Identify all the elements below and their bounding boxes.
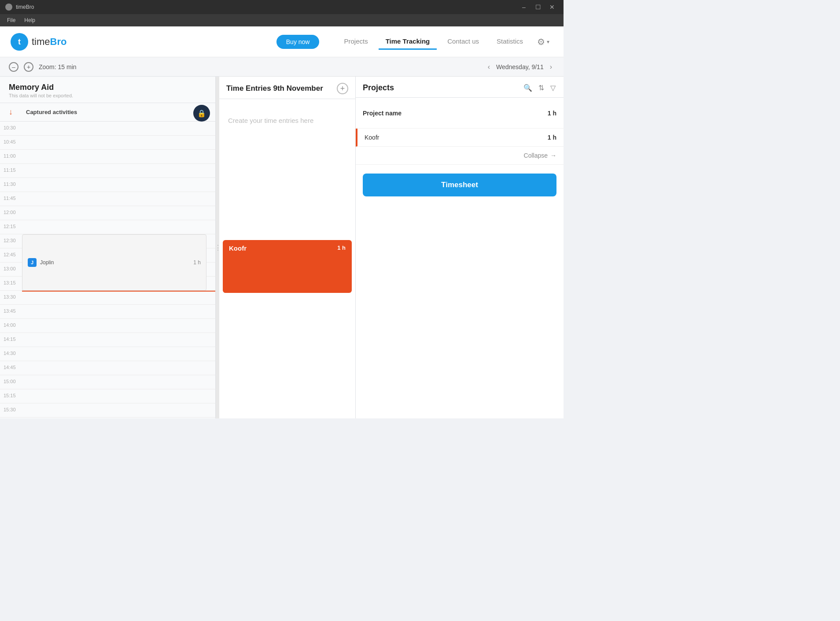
time-entries-body: Create your time entries here 1 hKoofr [219,99,355,418]
app-container: t timeBro Buy now Projects Time Tracking… [0,26,564,418]
time-label: 10:45 [0,136,22,144]
col-total-hours: 1 h [548,110,556,117]
maximize-button[interactable]: ☐ [532,2,544,12]
settings-button[interactable]: ⚙ ▾ [534,33,553,51]
window-controls: – ☐ ✕ [518,2,558,12]
joplin-name: Joplin [40,259,190,266]
current-time-indicator [22,291,215,292]
time-slot: 14:45 [0,361,215,375]
time-entries-panel: Time Entries 9th November + Create your … [219,77,356,418]
prev-date-button[interactable]: ‹ [485,62,493,72]
time-content [22,136,215,149]
arrow-right-icon: → [550,152,556,159]
header: t timeBro Buy now Projects Time Tracking… [0,26,564,57]
time-content [22,403,215,417]
time-slot: 12:00 [0,206,215,220]
lock-button[interactable]: 🔒 [193,105,210,122]
time-label: 13:45 [0,305,22,314]
toolbar: – + Zoom: 15 min ‹ Wednesday, 9/11 › [0,57,564,77]
time-content [22,389,215,403]
time-label: 15:00 [0,375,22,384]
time-slot: 15:30 [0,403,215,418]
memory-aid-subtitle: This data will not be exported. [9,93,73,98]
menu-help[interactable]: Help [21,16,39,24]
nav-contact-us[interactable]: Contact us [440,34,486,50]
date-navigator: ‹ Wednesday, 9/11 › [485,62,555,72]
time-content [22,361,215,375]
time-slot: 15:15 [0,389,215,403]
time-label: 14:15 [0,333,22,342]
time-content [22,333,215,347]
download-icon[interactable]: ↓ [9,107,13,117]
projects-panel: Projects 🔍 ⇅ ▽ Project name 1 h [356,77,564,418]
filter-button[interactable]: ▽ [549,83,556,93]
activities-header: ↓ Captured activities 🔒 🗑 [0,103,215,122]
collapse-row[interactable]: Collapse → [356,147,564,165]
panel-divider[interactable]: ⋮ [216,77,219,418]
buy-button[interactable]: Buy now [276,35,320,49]
svg-text:t: t [18,37,21,46]
memory-aid-title: Memory Aid [9,83,73,92]
joplin-duration: 1 h [193,259,201,266]
projects-title: Projects [363,83,519,92]
zoom-in-button[interactable]: + [24,62,33,72]
koofr-hours: 1 h [548,134,556,141]
search-button[interactable]: 🔍 [523,83,533,93]
time-slot: 13:45 [0,305,215,319]
add-entry-button[interactable]: + [337,83,348,94]
joplin-activity-block[interactable]: JJoplin1 h [22,234,206,291]
joplin-icon: J [28,258,37,267]
minimize-button[interactable]: – [518,2,530,12]
time-label: 11:00 [0,150,22,159]
activities-title: Captured activities [26,109,77,115]
time-slot: 13:30 [0,291,215,305]
time-content [22,291,215,304]
time-content [22,305,215,318]
time-entries-header: Time Entries 9th November + [219,77,355,99]
time-slot: 10:45 [0,136,215,150]
time-label: 13:00 [0,262,22,271]
time-label: 13:15 [0,277,22,285]
koofr-entry-duration: 1 h [337,244,346,251]
sort-icon: ⇅ [538,84,544,92]
time-slot: 11:00 [0,150,215,164]
time-label: 12:15 [0,220,22,229]
time-content [22,122,215,135]
nav-projects[interactable]: Projects [337,34,375,50]
menu-file[interactable]: File [4,16,19,24]
time-entries-title: Time Entries 9th November [226,84,333,93]
time-slot: 14:00 [0,319,215,333]
filter-icon: ▽ [550,84,556,92]
project-table-header: Project name 1 h [356,98,564,129]
sort-button[interactable]: ⇅ [538,83,545,93]
timeline: 10:3010:4511:0011:1511:3011:4512:0012:15… [0,122,215,418]
close-button[interactable]: ✕ [546,2,558,12]
time-slot: 14:15 [0,333,215,347]
titlebar: timeBro – ☐ ✕ [0,0,564,14]
time-label: 11:15 [0,164,22,173]
logo-text: timeBro [32,36,66,48]
time-content [22,178,215,192]
koofr-entry-block[interactable]: 1 hKoofr [223,240,352,293]
project-row-koofr[interactable]: Koofr 1 h [356,129,564,147]
time-label: 11:45 [0,192,22,201]
time-label: 14:00 [0,319,22,328]
logo-text-light: time [32,36,50,47]
time-content [22,319,215,333]
time-label: 15:30 [0,403,22,412]
time-content [22,206,215,220]
next-date-button[interactable]: › [547,62,555,72]
nav-time-tracking[interactable]: Time Tracking [379,34,437,50]
projects-actions: 🔍 ⇅ ▽ [523,83,556,93]
logo-icon: t [11,33,28,51]
col-project-name: Project name [363,110,548,117]
logo-text-bold: Bro [50,36,67,47]
zoom-out-button[interactable]: – [9,62,18,72]
time-slot: 12:15 [0,220,215,234]
app-name: timeBro [16,4,34,10]
search-icon: 🔍 [523,84,532,92]
timesheet-button[interactable]: Timesheet [363,174,556,196]
time-label: 12:45 [0,248,22,257]
time-slot: 11:45 [0,192,215,206]
nav-statistics[interactable]: Statistics [490,34,530,50]
